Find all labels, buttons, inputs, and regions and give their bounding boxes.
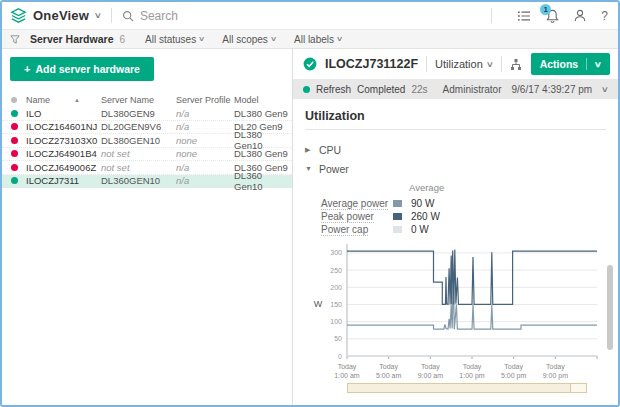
legend-label-peak-power: Peak power <box>321 211 374 223</box>
user-icon[interactable] <box>574 9 586 22</box>
svg-text:200: 200 <box>330 284 342 291</box>
table-row[interactable]: ILOCZ273103X0DL380GEN10noneDL380 Gen10 <box>2 134 292 148</box>
filter-statuses[interactable]: All statuses∨ <box>145 34 204 45</box>
filter-funnel-icon[interactable] <box>10 35 20 44</box>
actions-button[interactable]: Actions ∨ <box>531 53 610 75</box>
legend-label-average-power: Average power <box>321 198 388 210</box>
main-area: + Add server hardware Name ▲ Server Name… <box>2 49 618 405</box>
task-status-bar[interactable]: Refresh Completed 22s Administrator 9/6/… <box>293 79 618 99</box>
app-menu-chevron-icon[interactable]: ∨ <box>94 11 102 20</box>
status-column-icon <box>11 97 17 103</box>
cell-name: ILOCZJ64901B4 <box>26 148 101 159</box>
top-bar-icons: 1 ? <box>481 8 608 23</box>
svg-text:300: 300 <box>330 249 342 256</box>
task-user: Administrator <box>443 84 502 95</box>
sort-ascending-icon: ▲ <box>74 97 80 103</box>
oneview-logo-icon <box>10 8 27 23</box>
power-utilization-chart: 050100150200250300WToday1:00 amToday5:00… <box>305 238 606 393</box>
svg-text:50: 50 <box>334 335 342 342</box>
status-dot-ok <box>11 110 18 117</box>
table-row[interactable]: ILOCZJ7311DL360GEN10n/aDL360 Gen10 <box>2 175 292 189</box>
expander-cpu-label: CPU <box>319 144 341 156</box>
server-table-body: ILODL380GEN9n/aDL380 Gen9ILOCZ164601NJDL… <box>2 107 292 188</box>
legend-row-peak-power: Peak power 260 W <box>321 210 606 223</box>
server-table: Name ▲ Server Name Server Profile Model … <box>2 93 292 188</box>
column-header-model[interactable]: Model <box>234 95 292 105</box>
task-duration: 22s <box>411 84 427 95</box>
filter-statuses-label: All statuses <box>145 34 196 45</box>
filter-labels[interactable]: All labels∨ <box>294 34 342 45</box>
power-legend: Average Average power 90 W Peak power 26… <box>321 182 606 236</box>
task-state: Completed <box>357 84 405 95</box>
legend-row-average-power: Average power 90 W <box>321 197 606 210</box>
legend-label-power-cap: Power cap <box>321 224 368 236</box>
svg-text:Today: Today <box>338 363 357 371</box>
brand-menu[interactable]: OneView ∨ <box>10 8 101 23</box>
filter-scopes-label: All scopes <box>222 34 268 45</box>
activity-list-icon[interactable] <box>517 10 531 22</box>
cell-server-name: DL380GEN9 <box>101 108 176 119</box>
chart-range-slider[interactable] <box>347 383 587 393</box>
details-header: ILOCZJ731122F Utilization ∨ Actions ∨ <box>293 49 618 79</box>
svg-text:Today: Today <box>421 363 440 371</box>
cell-server-profile: none <box>176 135 234 146</box>
task-ok-dot <box>303 86 310 93</box>
expander-power[interactable]: ▼ Power <box>305 159 606 178</box>
svg-text:Today: Today <box>463 363 482 371</box>
divider <box>586 58 587 70</box>
add-server-hardware-button[interactable]: + Add server hardware <box>10 57 154 81</box>
chevron-down-icon[interactable]: ∨ <box>601 85 609 94</box>
cell-server-name: DL20GEN9V6 <box>101 121 176 132</box>
resource-count: 6 <box>119 34 125 45</box>
svg-text:100: 100 <box>330 318 342 325</box>
table-header-row: Name ▲ Server Name Server Profile Model <box>2 93 292 107</box>
section-title: Utilization <box>305 109 606 123</box>
table-row[interactable]: ILODL380GEN9n/aDL380 Gen9 <box>2 107 292 121</box>
divider <box>491 8 492 23</box>
filter-scopes[interactable]: All scopes∨ <box>222 34 276 45</box>
svg-text:Today: Today <box>504 363 523 371</box>
plus-icon: + <box>24 63 30 75</box>
task-name: Refresh <box>316 84 351 95</box>
chevron-down-icon: ∨ <box>486 60 494 69</box>
search-icon <box>122 10 134 22</box>
app-title: OneView <box>33 8 89 23</box>
triangle-right-icon: ▶ <box>305 146 313 154</box>
legend-value-peak-power: 260 W <box>411 211 440 222</box>
range-slider-handle[interactable] <box>570 384 586 392</box>
global-search <box>122 9 481 23</box>
notification-badge: 1 <box>540 4 551 15</box>
status-dot-critical <box>11 150 18 157</box>
search-input[interactable] <box>140 9 320 23</box>
expander-power-label: Power <box>319 163 349 175</box>
legend-value-power-cap: 0 W <box>411 224 429 235</box>
table-row[interactable]: ILOCZJ64901B4not setnoneDL380 Gen9 <box>2 148 292 162</box>
cell-name: ILOCZJ649006Z <box>26 162 101 173</box>
svg-text:Today: Today <box>546 363 565 371</box>
column-header-name[interactable]: Name ▲ <box>26 95 101 105</box>
vertical-scrollbar-thumb[interactable] <box>607 265 613 350</box>
map-view-icon[interactable] <box>510 58 522 71</box>
divider <box>501 56 502 72</box>
view-selector-dropdown[interactable]: Utilization ∨ <box>435 58 493 70</box>
help-icon[interactable]: ? <box>601 9 608 23</box>
expander-cpu[interactable]: ▶ CPU <box>305 140 606 159</box>
legend-swatch-power-cap <box>393 226 402 233</box>
server-details-panel: ILOCZJ731122F Utilization ∨ Actions ∨ <box>293 49 618 405</box>
view-selector-label: Utilization <box>435 58 483 70</box>
cell-server-name: not set <box>101 162 176 173</box>
cell-name: ILOCZ164601NJ <box>26 121 101 132</box>
column-header-server-profile[interactable]: Server Profile <box>176 95 234 105</box>
cell-server-profile: n/a <box>176 175 234 186</box>
cell-server-profile: n/a <box>176 162 234 173</box>
actions-label: Actions <box>540 58 579 70</box>
legend-row-power-cap: Power cap 0 W <box>321 223 606 236</box>
add-server-hardware-label: Add server hardware <box>35 63 139 75</box>
notifications-button[interactable]: 1 <box>546 9 559 23</box>
filter-labels-label: All labels <box>294 34 334 45</box>
filter-bar: Server Hardware 6 All statuses∨ All scop… <box>2 30 618 49</box>
column-header-server-name[interactable]: Server Name <box>101 95 176 105</box>
legend-column-header: Average <box>409 182 606 193</box>
divider <box>305 129 606 130</box>
power-chart-svg: 050100150200250300WToday1:00 amToday5:00… <box>305 238 607 382</box>
